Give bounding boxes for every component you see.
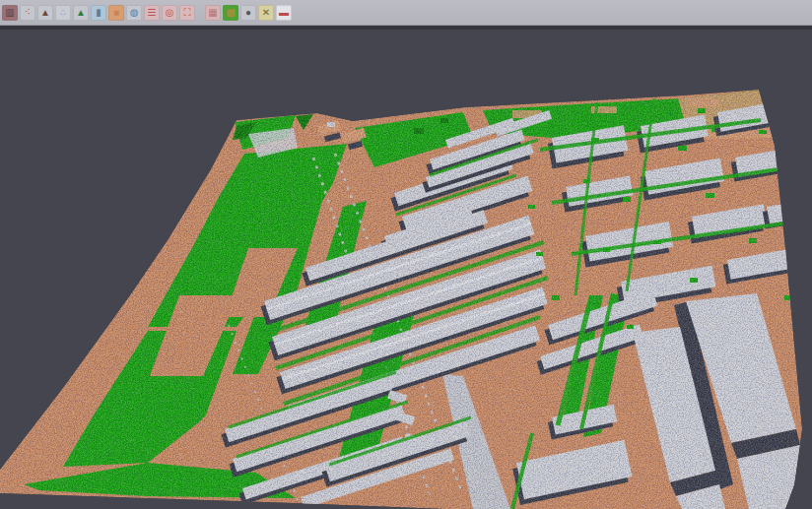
selection-bounds-icon[interactable]: ⛶ xyxy=(179,5,195,21)
toolbar-separator xyxy=(197,5,203,21)
point-cloud-render xyxy=(0,0,812,509)
globe-view-icon[interactable]: ◍ xyxy=(126,5,142,21)
3d-viewport[interactable] xyxy=(0,0,812,509)
main-toolbar: ▥⁖▲∴▲▮■◍☰◎⛶▦▩●✕▬ xyxy=(0,0,812,26)
classification-map-icon[interactable]: ▩ xyxy=(223,5,238,21)
terrain-model-icon[interactable]: ▲ xyxy=(37,5,53,21)
toolbar-separator-band xyxy=(0,26,812,30)
measure-tool-icon[interactable]: ✕ xyxy=(258,5,274,21)
building-class-icon[interactable]: ▮ xyxy=(91,5,106,21)
noise-overlay xyxy=(0,84,812,509)
target-tool-icon[interactable]: ◎ xyxy=(162,5,177,21)
ground-class-icon[interactable]: ■ xyxy=(108,5,124,21)
grid-overlay-icon[interactable]: ▦ xyxy=(205,5,221,21)
classify-points-icon[interactable]: ⁖ xyxy=(20,5,35,21)
vegetation-class-icon[interactable]: ▲ xyxy=(73,5,89,21)
point-sample-icon[interactable]: ∴ xyxy=(55,5,71,21)
open-data-icon[interactable]: ▥ xyxy=(2,5,18,21)
application-window: ▥⁖▲∴▲▮■◍☰◎⛶▦▩●✕▬ xyxy=(0,0,812,509)
flag-annotation-icon[interactable]: ▬ xyxy=(276,5,292,21)
render-sphere-icon[interactable]: ● xyxy=(240,5,256,21)
profile-list-icon[interactable]: ☰ xyxy=(144,5,160,21)
